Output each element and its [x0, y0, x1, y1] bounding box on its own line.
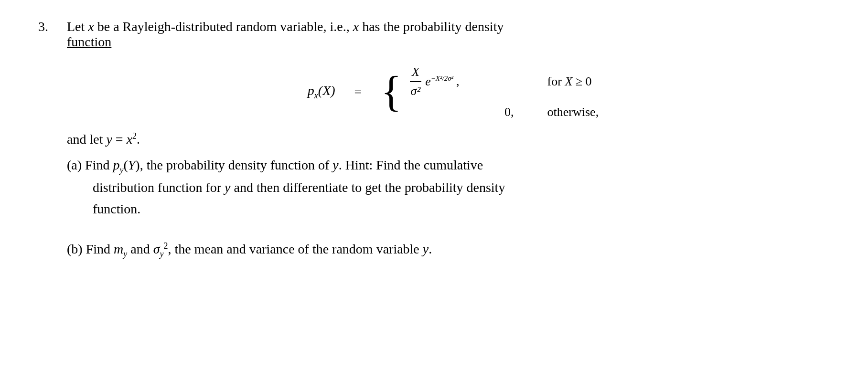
problem-header: 3. Let x be a Rayleigh-distributed rando… [38, 19, 839, 50]
cases-content: X σ² e−X²/2σ² , for X ≥ 0 0, otherwise, [409, 64, 599, 119]
equals-sign: = [354, 84, 362, 99]
piecewise-function: { X σ² e−X²/2σ² , for X ≥ 0 [381, 64, 599, 119]
fraction-numerator: X [410, 64, 421, 82]
problem-intro: Let x be a Rayleigh-distributed random v… [67, 19, 504, 50]
part-b: (b) Find my and σy2, the mean and varian… [67, 239, 839, 261]
case-2-condition: otherwise, [547, 105, 599, 119]
case-1-comma: , [456, 74, 460, 89]
case-2-row: 0, otherwise, [409, 105, 599, 119]
left-brace: { [381, 70, 401, 113]
fraction-x-sigma: X σ² [409, 64, 423, 99]
part-a-line3: function. [93, 199, 839, 220]
case-2-value: 0, [504, 105, 514, 119]
and-let-line: and let y = x2. [67, 129, 839, 150]
intro-text-2: function [67, 34, 111, 49]
pdf-lhs: px(X) [308, 83, 335, 101]
part-a-line2: distribution function for y and then dif… [93, 177, 839, 199]
exponential-term: e−X²/2σ² [425, 74, 453, 89]
case-1-condition: for X ≥ 0 [547, 74, 592, 89]
case-1-row: X σ² e−X²/2σ² , for X ≥ 0 [409, 64, 599, 99]
part-a: (a) Find py(Y), the probability density … [67, 155, 839, 177]
problem-3: 3. Let x be a Rayleigh-distributed rando… [38, 19, 839, 261]
problem-number: 3. [38, 19, 57, 34]
case-1-formula: X σ² e−X²/2σ² , [409, 64, 528, 99]
case-2-formula: 0, [409, 105, 528, 119]
intro-text-1: Let x be a Rayleigh-distributed random v… [67, 19, 504, 34]
fraction-denominator: σ² [409, 82, 423, 99]
pdf-formula: px(X) = { X σ² e−X²/2σ² , for X ≥ 0 [67, 64, 839, 119]
